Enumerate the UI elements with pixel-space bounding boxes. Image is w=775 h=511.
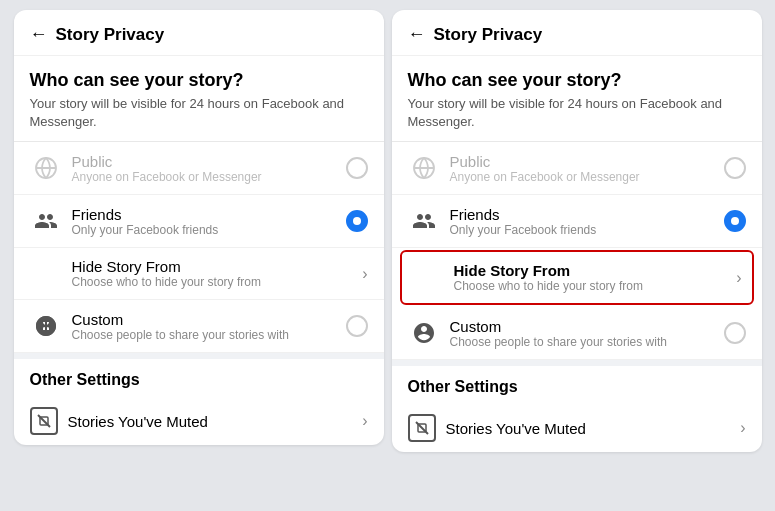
right-hide-story-text: Hide Story From Choose who to hide your … (412, 262, 733, 293)
left-friends-sublabel: Only your Facebook friends (72, 223, 346, 237)
left-hide-story-chevron: › (362, 265, 367, 283)
right-muted-stories-label: Stories You've Muted (446, 420, 737, 437)
left-option-friends[interactable]: Friends Only your Facebook friends (14, 195, 384, 248)
left-muted-stories-chevron: › (362, 412, 367, 430)
right-custom-label: Custom (450, 318, 724, 335)
left-custom-label: Custom (72, 311, 346, 328)
right-custom-icon (408, 317, 440, 349)
mute-icon (30, 407, 58, 435)
right-option-custom[interactable]: Custom Choose people to share your stori… (392, 307, 762, 360)
right-muted-stories[interactable]: Stories You've Muted › (392, 404, 762, 452)
left-public-sublabel: Anyone on Facebook or Messenger (72, 170, 346, 184)
left-public-text: Public Anyone on Facebook or Messenger (72, 153, 346, 184)
left-panel: ← Story Privacy Who can see your story? … (14, 10, 384, 445)
right-hide-story-chevron: › (736, 269, 741, 287)
left-muted-stories[interactable]: Stories You've Muted › (14, 397, 384, 445)
right-header-title: Story Privacy (434, 25, 543, 45)
globe-icon (30, 152, 62, 184)
left-hide-story-text: Hide Story From Choose who to hide your … (30, 258, 359, 289)
right-hide-story-sublabel: Choose who to hide your story from (454, 279, 733, 293)
left-muted-stories-label: Stories You've Muted (68, 413, 359, 430)
right-friends-icon (408, 205, 440, 237)
left-public-label: Public (72, 153, 346, 170)
left-muted-stories-text: Stories You've Muted (68, 413, 359, 430)
right-option-friends[interactable]: Friends Only your Facebook friends (392, 195, 762, 248)
right-custom-text: Custom Choose people to share your stori… (450, 318, 724, 349)
left-back-button[interactable]: ← (30, 24, 48, 45)
right-public-text: Public Anyone on Facebook or Messenger (450, 153, 724, 184)
left-hide-story-sublabel: Choose who to hide your story from (72, 275, 359, 289)
left-hide-story-label: Hide Story From (72, 258, 359, 275)
right-other-settings-heading: Other Settings (392, 360, 762, 404)
right-panel: ← Story Privacy Who can see your story? … (392, 10, 762, 452)
right-friends-text: Friends Only your Facebook friends (450, 206, 724, 237)
left-header-title: Story Privacy (56, 25, 165, 45)
right-hide-story-label: Hide Story From (454, 262, 733, 279)
right-back-button[interactable]: ← (408, 24, 426, 45)
right-header: ← Story Privacy (392, 10, 762, 56)
left-custom-text: Custom Choose people to share your stori… (72, 311, 346, 342)
custom-icon (30, 310, 62, 342)
left-custom-radio[interactable] (346, 315, 368, 337)
right-custom-sublabel: Choose people to share your stories with (450, 335, 724, 349)
right-friends-label: Friends (450, 206, 724, 223)
right-option-hide-story-highlighted[interactable]: Hide Story From Choose who to hide your … (400, 250, 754, 305)
right-friends-sublabel: Only your Facebook friends (450, 223, 724, 237)
left-custom-sublabel: Choose people to share your stories with (72, 328, 346, 342)
left-friends-text: Friends Only your Facebook friends (72, 206, 346, 237)
right-public-label: Public (450, 153, 724, 170)
right-who-can-see-heading: Who can see your story? (392, 56, 762, 95)
right-public-radio[interactable] (724, 157, 746, 179)
right-globe-icon (408, 152, 440, 184)
left-public-radio[interactable] (346, 157, 368, 179)
left-header: ← Story Privacy (14, 10, 384, 56)
left-option-hide-story[interactable]: Hide Story From Choose who to hide your … (14, 248, 384, 300)
right-option-public[interactable]: Public Anyone on Facebook or Messenger (392, 142, 762, 195)
friends-icon (30, 205, 62, 237)
right-mute-icon (408, 414, 436, 442)
left-other-settings-heading: Other Settings (14, 353, 384, 397)
right-public-sublabel: Anyone on Facebook or Messenger (450, 170, 724, 184)
right-who-can-see-subtitle: Your story will be visible for 24 hours … (392, 95, 762, 141)
right-muted-stories-text: Stories You've Muted (446, 420, 737, 437)
left-friends-radio[interactable] (346, 210, 368, 232)
left-option-public[interactable]: Public Anyone on Facebook or Messenger (14, 142, 384, 195)
right-custom-radio[interactable] (724, 322, 746, 344)
left-who-can-see-heading: Who can see your story? (14, 56, 384, 95)
right-muted-stories-chevron: › (740, 419, 745, 437)
left-friends-label: Friends (72, 206, 346, 223)
right-friends-radio[interactable] (724, 210, 746, 232)
left-who-can-see-subtitle: Your story will be visible for 24 hours … (14, 95, 384, 141)
app-container: ← Story Privacy Who can see your story? … (0, 0, 775, 511)
left-option-custom[interactable]: Custom Choose people to share your stori… (14, 300, 384, 353)
